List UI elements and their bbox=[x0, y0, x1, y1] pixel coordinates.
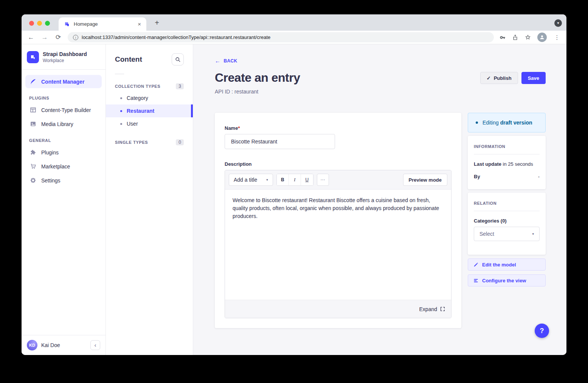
information-title: INFORMATION bbox=[474, 144, 540, 149]
categories-select-placeholder: Select bbox=[479, 231, 494, 237]
last-update-label: Last update bbox=[474, 161, 501, 167]
cart-icon bbox=[29, 163, 37, 170]
browser-window: Homepage × + ▾ ← → ⟳ i localhost:1337/ad… bbox=[22, 14, 566, 355]
sidebar-item-marketplace[interactable]: Marketplace bbox=[25, 160, 102, 173]
bullet-icon bbox=[120, 110, 122, 112]
draft-status-text: Editing draft version bbox=[483, 120, 532, 126]
sidebar-item-content-manager[interactable]: Content Manager bbox=[25, 75, 102, 88]
password-key-icon[interactable] bbox=[499, 34, 506, 41]
collection-types-count-badge: 3 bbox=[176, 83, 184, 89]
app-title: Strapi Dashboard bbox=[43, 51, 87, 57]
browser-tab[interactable]: Homepage × bbox=[59, 17, 146, 31]
media-library-icon bbox=[29, 121, 37, 127]
relation-title: RELATION bbox=[474, 201, 540, 206]
save-button[interactable]: Save bbox=[521, 72, 546, 84]
by-label: By bbox=[474, 174, 480, 179]
publish-button[interactable]: ✓ Publish bbox=[480, 72, 518, 84]
rich-text-editor: Add a title ▾ B I U ⋯ Preview mode Wel bbox=[225, 170, 451, 318]
sidebar-item-plugins[interactable]: Plugins bbox=[25, 146, 102, 159]
minimize-window-button[interactable] bbox=[37, 21, 42, 26]
tab-close-icon[interactable]: × bbox=[136, 21, 143, 27]
entry-form-card: Name* Description Add a title ▾ B bbox=[215, 113, 461, 328]
relation-card: RELATION Categories (0) Select ▾ bbox=[468, 193, 546, 255]
bold-button[interactable]: B bbox=[277, 174, 289, 185]
person-icon bbox=[539, 34, 545, 40]
tab-title: Homepage bbox=[74, 21, 136, 27]
collection-type-label: User bbox=[127, 121, 138, 127]
description-textarea[interactable]: Welcome to Biscotte restaurant! Restaura… bbox=[225, 189, 451, 300]
sidebar-item-content-type-builder[interactable]: Content-Type Builder bbox=[25, 103, 102, 117]
maximize-window-button[interactable] bbox=[45, 21, 50, 26]
edit-model-button[interactable]: Edit the model bbox=[468, 258, 546, 271]
bullet-icon bbox=[120, 123, 122, 125]
puzzle-icon bbox=[29, 149, 37, 156]
by-value: - bbox=[538, 174, 540, 179]
forward-icon[interactable]: → bbox=[40, 34, 49, 41]
new-tab-button[interactable]: + bbox=[152, 18, 162, 28]
collection-type-label: Restaurant bbox=[127, 108, 154, 114]
sidebar-item-settings[interactable]: Settings bbox=[25, 174, 102, 187]
edit-model-label: Edit the model bbox=[482, 262, 516, 268]
expand-button[interactable]: Expand bbox=[419, 306, 445, 312]
back-link[interactable]: ← BACK bbox=[215, 58, 546, 64]
strapi-logo bbox=[27, 51, 39, 63]
more-formats-button[interactable]: ⋯ bbox=[317, 174, 329, 186]
url-bar[interactable]: i localhost:1337/admin/content-manager/c… bbox=[68, 32, 494, 42]
check-icon: ✓ bbox=[487, 75, 491, 81]
single-types-count-badge: 0 bbox=[176, 139, 184, 145]
title-style-select[interactable]: Add a title ▾ bbox=[229, 174, 273, 186]
bookmark-star-icon[interactable] bbox=[524, 34, 531, 41]
categories-select[interactable]: Select ▾ bbox=[474, 227, 540, 241]
back-arrow-icon: ← bbox=[215, 58, 220, 64]
url-text[interactable]: localhost:1337/admin/content-manager/col… bbox=[82, 34, 270, 40]
expand-label: Expand bbox=[419, 306, 437, 312]
reload-icon[interactable]: ⟳ bbox=[54, 33, 62, 41]
content-panel-title: Content bbox=[115, 55, 142, 64]
collapse-sidebar-button[interactable]: ‹ bbox=[90, 340, 100, 350]
help-button[interactable]: ? bbox=[535, 324, 549, 338]
italic-button[interactable]: I bbox=[289, 174, 301, 185]
tab-search-chevron-icon[interactable]: ▾ bbox=[554, 19, 562, 27]
panel-divider bbox=[115, 74, 124, 74]
user-avatar[interactable]: KD bbox=[27, 340, 37, 350]
status-dot-icon bbox=[476, 121, 478, 124]
name-label-text: Name bbox=[225, 125, 238, 131]
underline-button[interactable]: U bbox=[301, 174, 313, 185]
profile-avatar[interactable] bbox=[537, 33, 547, 42]
collection-type-category[interactable]: Category bbox=[106, 92, 193, 104]
workspace-switcher[interactable]: Strapi Dashboard Workplace bbox=[22, 44, 105, 69]
sidebar-item-label: Settings bbox=[41, 177, 61, 184]
sidebar-user-footer: KD Kai Doe ‹ bbox=[22, 335, 105, 355]
sidebar-item-media-library[interactable]: Media Library bbox=[25, 117, 102, 131]
pencil-icon bbox=[473, 262, 478, 267]
sidebar-item-label: Plugins bbox=[41, 149, 59, 156]
name-input[interactable] bbox=[225, 134, 335, 149]
share-icon[interactable] bbox=[512, 34, 518, 40]
browser-menu-icon[interactable]: ⋮ bbox=[553, 34, 561, 41]
site-info-icon[interactable]: i bbox=[73, 35, 78, 40]
sidebar-section-plugins: PLUGINS bbox=[25, 89, 102, 103]
back-icon[interactable]: ← bbox=[27, 34, 35, 41]
gear-icon bbox=[29, 177, 37, 184]
information-card: INFORMATION Last update in 25 seconds By… bbox=[468, 136, 546, 189]
collection-type-user[interactable]: User bbox=[106, 117, 193, 130]
strapi-app: Strapi Dashboard Workplace Content Manag… bbox=[22, 44, 566, 355]
browser-toolbar: ← → ⟳ i localhost:1337/admin/content-man… bbox=[22, 31, 566, 44]
content-manager-icon bbox=[29, 78, 37, 85]
main-sidebar: Strapi Dashboard Workplace Content Manag… bbox=[22, 44, 106, 355]
configure-view-button[interactable]: Configure the view bbox=[468, 274, 546, 286]
categories-label: Categories (0) bbox=[474, 218, 540, 224]
title-style-value: Add a title bbox=[234, 177, 257, 183]
page-title: Create an entry bbox=[215, 71, 300, 85]
single-types-heading: SINGLE TYPES bbox=[115, 140, 148, 145]
close-window-button[interactable] bbox=[29, 21, 34, 26]
name-field-label: Name* bbox=[225, 125, 451, 131]
collection-type-restaurant[interactable]: Restaurant bbox=[106, 104, 193, 117]
preview-mode-button[interactable]: Preview mode bbox=[403, 174, 447, 186]
search-button[interactable] bbox=[172, 53, 184, 65]
chevron-down-icon: ▾ bbox=[532, 232, 534, 236]
tab-strip: Homepage × + ▾ bbox=[22, 14, 566, 31]
sidebar-item-label: Content Manager bbox=[41, 79, 84, 85]
publish-label: Publish bbox=[494, 75, 512, 81]
collection-type-label: Category bbox=[127, 95, 148, 101]
